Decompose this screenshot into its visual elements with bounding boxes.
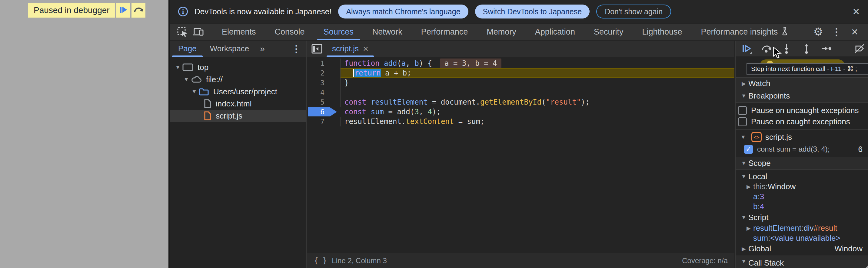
debugger-toolbar xyxy=(736,41,868,56)
chevron-right-icon[interactable] xyxy=(744,183,753,190)
line-number[interactable]: 3 xyxy=(307,78,341,88)
resume-script-button[interactable] xyxy=(116,3,130,18)
tab-lighthouse[interactable]: Lighthouse xyxy=(632,24,691,40)
tree-item-top[interactable]: top xyxy=(170,61,306,73)
breakpoint-enabled-checkbox[interactable] xyxy=(744,145,753,154)
tab-console[interactable]: Console xyxy=(266,24,314,40)
code-line-4[interactable]: 4 xyxy=(307,88,734,97)
pause-uncaught-checkbox[interactable] xyxy=(738,106,747,115)
editor-tab-script-js[interactable]: script.js xyxy=(327,41,374,57)
tab-application[interactable]: Application xyxy=(526,24,584,40)
chevron-down-icon[interactable] xyxy=(182,77,191,83)
tab-memory[interactable]: Memory xyxy=(477,24,526,40)
breakpoints-section-header[interactable]: Breakpoints xyxy=(736,89,868,103)
scope-a-row[interactable]: a: 3 xyxy=(736,191,868,202)
chevron-down-icon[interactable] xyxy=(190,89,199,95)
tab-performance-insights[interactable]: Performance insights xyxy=(692,24,798,40)
switch-to-japanese-button[interactable]: Switch DevTools to Japanese xyxy=(475,4,590,19)
code-text[interactable]: function add(a, b) {a = 3, b = 4 xyxy=(341,59,734,68)
tree-item-script-js[interactable]: script.js xyxy=(170,110,306,122)
close-tab-icon[interactable] xyxy=(363,44,368,54)
chevron-down-icon[interactable] xyxy=(173,64,182,71)
always-match-language-button[interactable]: Always match Chrome's language xyxy=(338,4,468,19)
pause-caught-row[interactable]: Pause on caught exceptions xyxy=(736,116,868,127)
tab-security[interactable]: Security xyxy=(584,24,633,40)
scope-this-row[interactable]: this: Window xyxy=(736,182,868,191)
chevron-right-icon[interactable] xyxy=(744,225,753,232)
line-number[interactable]: 1 xyxy=(307,59,341,68)
line-number[interactable]: 4 xyxy=(307,88,341,97)
step-out-icon[interactable] xyxy=(800,42,813,55)
line-number[interactable]: 6 xyxy=(307,107,341,117)
tab-label: Lighthouse xyxy=(642,27,682,37)
tree-item-file-protocol[interactable]: file:// xyxy=(170,73,306,86)
code-token: a xyxy=(401,59,406,68)
tree-item-index-html[interactable]: index.html xyxy=(170,98,306,110)
scope-script-group[interactable]: Script xyxy=(736,212,868,222)
step-icon[interactable] xyxy=(820,42,833,55)
code-text[interactable]: return a + b; xyxy=(341,68,734,78)
collapse-sidebar-icon[interactable] xyxy=(307,44,327,54)
paused-banner-label: Paused in debugger xyxy=(28,3,115,18)
scope-b-row[interactable]: b: 4 xyxy=(736,202,868,212)
settings-gear-icon[interactable] xyxy=(810,26,826,38)
tab-workspace[interactable]: Workspace xyxy=(203,41,256,57)
code-text[interactable]: } xyxy=(341,78,734,88)
watch-section-header[interactable]: Watch xyxy=(736,77,868,89)
line-number[interactable]: 7 xyxy=(307,117,341,126)
property-name: a xyxy=(753,192,757,201)
breakpoint-file-group[interactable]: script.js xyxy=(736,131,868,143)
line-number[interactable]: 2 xyxy=(307,68,341,78)
code-line-6-breakpoint[interactable]: 6 const sum = add(3, 4); xyxy=(307,107,734,117)
pause-caught-checkbox[interactable] xyxy=(738,117,747,126)
scope-local-group[interactable]: Local xyxy=(736,172,868,182)
scope-global-group[interactable]: Global Window xyxy=(736,244,868,254)
code-text[interactable]: resultElement.textContent = sum; xyxy=(341,117,734,126)
code-token: textContent xyxy=(406,117,454,126)
tab-performance[interactable]: Performance xyxy=(412,24,477,40)
cloud-icon xyxy=(191,76,202,83)
code-line-2-paused[interactable]: 2 return a + b; xyxy=(307,68,734,78)
breakpoint-entry[interactable]: const sum = add(3, 4); 6 xyxy=(736,143,868,155)
step-over-banner-button[interactable] xyxy=(131,3,146,18)
devtools-close-icon[interactable] xyxy=(847,26,863,38)
more-options-kebab-icon[interactable] xyxy=(829,26,844,38)
code-text[interactable] xyxy=(341,88,734,97)
tab-network[interactable]: Network xyxy=(363,24,412,40)
code-line-1[interactable]: 1 function add(a, b) {a = 3, b = 4 xyxy=(307,59,734,68)
toolbar-divider xyxy=(843,43,843,54)
inspect-element-icon[interactable] xyxy=(175,26,190,38)
step-over-icon[interactable] xyxy=(760,42,773,55)
code-line-3[interactable]: 3 } xyxy=(307,78,734,88)
call-stack-section-header[interactable]: Call Stack xyxy=(736,256,868,268)
dont-show-again-button[interactable]: Don't show again xyxy=(596,4,671,19)
code-token: resultElement xyxy=(371,98,428,107)
code-text[interactable]: const sum = add(3, 4); xyxy=(341,107,734,117)
resume-script-icon[interactable] xyxy=(740,42,753,55)
pause-uncaught-row[interactable]: Pause on uncaught exceptions xyxy=(736,105,868,116)
toolbar-divider xyxy=(805,27,805,37)
code-text[interactable]: const resultElement = document.getElemen… xyxy=(341,97,734,107)
chevron-down-icon xyxy=(739,93,748,99)
deactivate-breakpoints-icon[interactable] xyxy=(853,42,866,55)
chevron-right-icon xyxy=(739,245,748,252)
tab-sources[interactable]: Sources xyxy=(314,24,363,40)
scope-resultelement-row[interactable]: resultElement: div#result xyxy=(736,223,868,233)
notification-bar: i DevTools is now available in Japanese!… xyxy=(170,0,868,23)
pretty-print-icon[interactable]: { } xyxy=(314,257,327,265)
notification-close-icon[interactable] xyxy=(853,6,860,17)
tab-page[interactable]: Page xyxy=(172,41,203,57)
line-number[interactable]: 5 xyxy=(307,97,341,107)
tree-item-project-folder[interactable]: Users/user/project xyxy=(170,86,306,98)
code-area[interactable]: 1 function add(a, b) {a = 3, b = 4 2 ret… xyxy=(307,59,734,126)
device-toolbar-icon[interactable] xyxy=(190,26,206,38)
tab-elements[interactable]: Elements xyxy=(212,24,266,40)
more-tabs-chevron[interactable] xyxy=(256,44,269,54)
sources-nav-kebab-icon[interactable] xyxy=(291,43,306,55)
resume-icon xyxy=(119,5,128,16)
code-line-7[interactable]: 7 resultElement.textContent = sum; xyxy=(307,117,734,126)
code-line-5[interactable]: 5 const resultElement = document.getElem… xyxy=(307,97,734,107)
chevron-down-icon xyxy=(739,160,748,167)
scope-sum-row[interactable]: sum: <value unavailable> xyxy=(736,233,868,243)
scope-section-header[interactable]: Scope xyxy=(736,157,868,170)
